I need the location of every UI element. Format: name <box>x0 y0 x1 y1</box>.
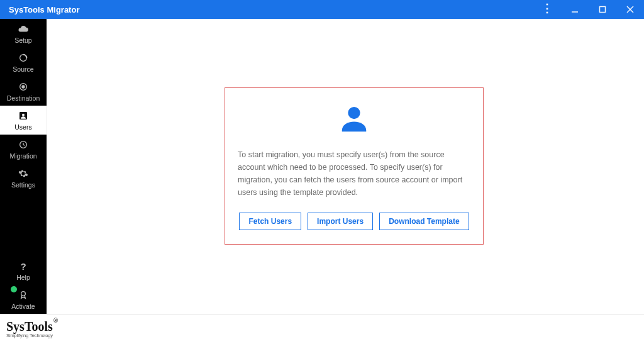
ribbon-icon <box>18 289 28 301</box>
maximize-button[interactable] <box>589 0 616 19</box>
footer: SysTools® Simplifying Technology <box>0 314 644 344</box>
sidebar-item-label: Help <box>16 274 30 281</box>
brand-block: SysTools® Simplifying Technology <box>6 320 57 338</box>
sidebar-item-migration[interactable]: Migration <box>0 135 47 164</box>
target-icon <box>18 81 28 92</box>
users-onboarding-actions: Fetch Users Import Users Download Templa… <box>236 213 472 230</box>
fetch-users-button[interactable]: Fetch Users <box>239 213 301 230</box>
sidebar-item-activate[interactable]: Activate <box>0 285 47 314</box>
window-controls: ⋮ <box>533 0 644 19</box>
sidebar-item-source[interactable]: Source <box>0 48 47 77</box>
sidebar-item-label: Source <box>13 65 33 73</box>
sidebar: Setup Source Destination Users <box>0 19 47 314</box>
status-indicator-icon <box>11 286 17 292</box>
svg-rect-1 <box>600 7 606 13</box>
users-onboarding-card: To start migration, you must specify use… <box>225 87 484 245</box>
sidebar-item-label: Migration <box>9 152 36 160</box>
gear-icon <box>18 168 28 179</box>
users-onboarding-text: To start migration, you must specify use… <box>236 148 472 199</box>
brand-tagline: Simplifying Technology <box>6 333 57 338</box>
sidebar-item-label: Users <box>14 123 31 131</box>
close-button[interactable] <box>616 0 644 19</box>
sidebar-item-label: Destination <box>7 94 40 102</box>
more-icon[interactable]: ⋮ <box>533 0 561 18</box>
svg-point-10 <box>21 292 26 296</box>
sidebar-item-label: Settings <box>11 181 35 189</box>
sidebar-item-users[interactable]: Users <box>0 106 47 135</box>
download-template-button[interactable]: Download Template <box>379 213 469 230</box>
help-icon: ? <box>20 260 26 272</box>
app-title: SysTools Migrator <box>9 5 79 14</box>
svg-point-11 <box>348 107 360 119</box>
sidebar-item-label: Setup <box>14 36 31 44</box>
titlebar: SysTools Migrator ⋮ <box>0 0 644 19</box>
import-users-button[interactable]: Import Users <box>308 213 373 230</box>
sidebar-item-setup[interactable]: Setup <box>0 19 47 48</box>
svg-point-6 <box>22 86 25 88</box>
sidebar-item-settings[interactable]: Settings <box>0 164 47 192</box>
sidebar-item-label: Activate <box>11 302 35 310</box>
sidebar-item-destination[interactable]: Destination <box>0 77 47 106</box>
minimize-button[interactable] <box>561 0 589 19</box>
source-icon <box>18 52 28 64</box>
trademark-icon: ® <box>53 317 58 324</box>
main-shell: Setup Source Destination Users <box>0 19 644 314</box>
svg-point-8 <box>22 114 25 116</box>
cloud-icon <box>18 23 29 35</box>
user-icon <box>18 110 28 121</box>
brand-name: SysTools® <box>6 320 57 333</box>
user-avatar-icon <box>236 102 472 137</box>
content-area: To start migration, you must specify use… <box>47 19 644 314</box>
brand-text: SysTools <box>6 319 53 333</box>
clock-icon <box>18 139 28 150</box>
sidebar-item-help[interactable]: ? Help <box>0 256 47 285</box>
